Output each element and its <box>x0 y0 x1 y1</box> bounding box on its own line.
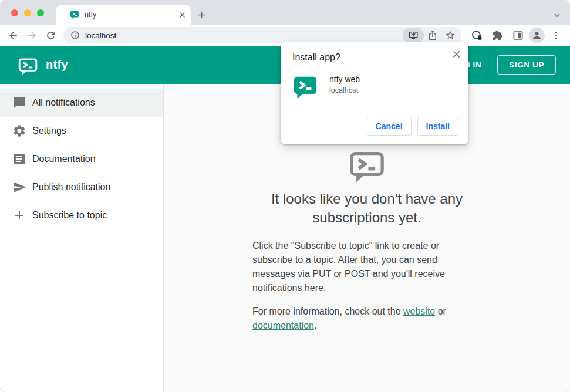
empty-state-title: It looks like you don't have any subscri… <box>241 190 493 227</box>
sidebar-item-label: All notifications <box>32 97 95 108</box>
reload-button[interactable] <box>41 27 60 43</box>
cancel-button[interactable]: Cancel <box>367 117 412 136</box>
browser-window: ntfy localhost <box>0 0 570 392</box>
app-name: ntfy web <box>329 75 360 84</box>
plus-icon <box>12 208 26 222</box>
more-info-paragraph: For more information, check out the webs… <box>252 305 481 333</box>
ntfy-favicon-icon <box>70 10 79 19</box>
install-button[interactable]: Install <box>417 117 458 136</box>
sidebar-item-documentation[interactable]: Documentation <box>0 145 163 173</box>
sidebar-item-label: Settings <box>32 126 66 136</box>
app-origin: localhost <box>329 86 360 94</box>
sidebar-item-label: Subscribe to topic <box>32 210 107 221</box>
tab-close-icon[interactable] <box>177 10 187 20</box>
browser-tab-ntfy[interactable]: ntfy <box>56 5 191 25</box>
install-desktop-icon <box>408 30 419 40</box>
install-app-button[interactable] <box>403 28 424 43</box>
sidebar: All notifications Settings Documentation… <box>0 84 164 392</box>
dialog-app-row: ntfy web localhost <box>292 74 457 100</box>
more-info-suffix: . <box>314 320 316 330</box>
extensions-button[interactable] <box>488 27 507 43</box>
profile-button[interactable] <box>529 28 545 43</box>
sign-up-button[interactable]: SIGN UP <box>497 55 556 75</box>
dialog-app-info: ntfy web localhost <box>329 74 360 94</box>
sidebar-item-publish-notification[interactable]: Publish notification <box>0 173 163 201</box>
empty-state-description: Click the "Subscribe to topic" link to c… <box>252 239 481 295</box>
website-link[interactable]: website <box>403 306 435 316</box>
install-app-dialog: Install app? ntfy web localhost Cancel I… <box>281 42 468 144</box>
back-arrow-icon <box>8 30 19 41</box>
toolbar-right-icons <box>467 27 565 43</box>
url-text: localhost <box>85 31 403 40</box>
macos-close-button[interactable] <box>11 9 18 16</box>
tab-strip: ntfy <box>0 0 570 25</box>
tab-title: ntfy <box>85 11 177 19</box>
site-info-icon[interactable] <box>70 31 80 40</box>
sidebar-item-all-notifications[interactable]: All notifications <box>0 89 163 117</box>
side-panel-icon <box>512 30 524 41</box>
new-tab-button[interactable] <box>196 9 207 21</box>
forward-button[interactable] <box>22 27 41 43</box>
three-dots-icon <box>551 30 562 41</box>
ntfy-app-icon <box>292 74 318 100</box>
sidebar-item-settings[interactable]: Settings <box>0 117 163 145</box>
puzzle-icon <box>492 30 503 41</box>
documentation-link[interactable]: documentation <box>252 320 314 330</box>
browser-menu-button[interactable] <box>547 27 565 43</box>
more-info-separator: or <box>435 306 446 316</box>
tab-search-chevron-icon[interactable] <box>552 10 562 21</box>
forward-arrow-icon <box>26 30 38 41</box>
macos-minimize-button[interactable] <box>24 9 31 16</box>
article-icon <box>12 152 26 166</box>
bookmark-button[interactable] <box>441 28 459 43</box>
chat-icon <box>12 96 26 110</box>
dialog-title: Install app? <box>292 52 457 63</box>
gear-icon <box>12 124 26 138</box>
ntfy-empty-state-logo-icon <box>348 147 386 184</box>
password-manager-extension-button[interactable] <box>467 27 486 43</box>
macos-window-controls <box>11 9 44 16</box>
reload-icon <box>45 30 56 41</box>
macos-zoom-button[interactable] <box>37 9 44 16</box>
sidebar-item-subscribe-to-topic[interactable]: Subscribe to topic <box>0 201 163 229</box>
back-button[interactable] <box>4 27 22 43</box>
sidebar-item-label: Documentation <box>32 154 96 164</box>
dialog-actions: Cancel Install <box>367 117 458 136</box>
side-panel-button[interactable] <box>508 27 527 43</box>
dialog-close-icon[interactable] <box>451 49 462 60</box>
sidebar-item-label: Publish notification <box>32 182 110 192</box>
more-info-prefix: For more information, check out the <box>252 306 403 316</box>
app-brand-title: ntfy <box>46 58 68 72</box>
ntfy-logo-icon <box>18 56 38 75</box>
share-button[interactable] <box>424 28 441 43</box>
star-icon <box>445 30 456 40</box>
person-avatar-icon <box>531 30 542 41</box>
address-bar[interactable]: localhost <box>63 27 461 43</box>
password-lock-icon <box>471 30 483 41</box>
share-icon <box>427 30 438 40</box>
send-icon <box>12 180 26 194</box>
